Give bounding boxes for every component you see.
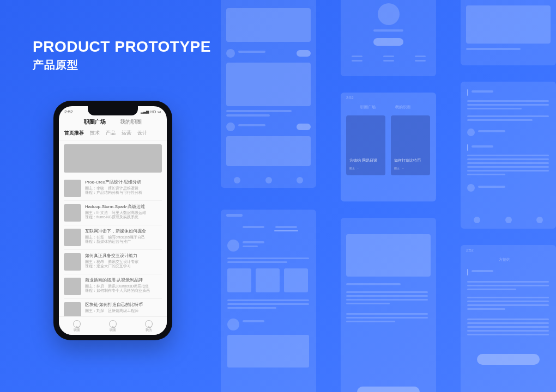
card2-sub: 圈主：·· bbox=[394, 167, 404, 170]
title-en: PRODUCT PROTOTYPE bbox=[33, 38, 211, 56]
nav-tab-mine[interactable]: 我的职圈 bbox=[120, 118, 142, 126]
tab-label: 我的 bbox=[146, 328, 152, 332]
tab-item-2[interactable]: 我的 bbox=[145, 320, 153, 332]
phone-frame: 2:52 ▂▃▅ HD ▭ 职圈广场 我的职圈 首页推荐 技术 产品 运营 设计 bbox=[53, 101, 172, 340]
row-sub2: 课程：如何制作专个人风格的商业插画 bbox=[85, 289, 162, 293]
ghost-card-1: 方德钧 网易日课 圈主：·· bbox=[346, 115, 385, 175]
row-title: 互联网冲击下，新媒体如何掘金 bbox=[85, 229, 162, 234]
thumb-icon bbox=[64, 229, 81, 246]
ghost-nav-r: 我的职圈 bbox=[395, 105, 410, 110]
hd-label: HD bbox=[150, 110, 156, 114]
battery-icon: ▭ bbox=[158, 109, 161, 114]
thumb-icon bbox=[64, 180, 81, 197]
ghost-screen-6 bbox=[461, 0, 556, 65]
tab-label: 职圈 bbox=[110, 328, 116, 332]
row-sub2: 课程：新媒体的运营与推广 bbox=[85, 240, 162, 244]
list-item[interactable]: 互联网冲击下，新媒体如何掘金 圈主：任磊 编写office365属于自己 课程：… bbox=[64, 225, 162, 250]
ghost-screen-5 bbox=[341, 218, 436, 392]
title-zh: 产品原型 bbox=[33, 58, 211, 72]
status-time: 2:52 bbox=[64, 109, 73, 114]
row-sub1: 圈主：李晓 擅长设计思维逻辑 bbox=[85, 186, 162, 191]
subtab-1[interactable]: 技术 bbox=[90, 130, 100, 137]
slide-canvas: PRODUCT PROTOTYPE 产品原型 2:52 ▂▃▅ HD ▭ 职圈广… bbox=[0, 0, 556, 392]
subtab-0[interactable]: 首页推荐 bbox=[64, 130, 84, 137]
tab-label: 职圈 bbox=[74, 328, 80, 332]
list-item[interactable]: Proe-Creo产品设计·思维分析 圈主：李晓 擅长设计思维逻辑 课程：产品结… bbox=[64, 176, 162, 201]
ghost-screen-4: 2:52 职圈广场 我的职圈 方德钧 网易日课 圈主：·· 如何打造比特币 圈主… bbox=[341, 93, 436, 201]
row-title: 商业插画的运用·从视觉到品牌 bbox=[85, 278, 162, 283]
tab-bar: 职圈 职圈 我的 bbox=[59, 316, 167, 335]
row-sub1: 圈主：任磊 编写office365属于自己 bbox=[85, 235, 162, 240]
status-right: ▂▃▅ HD ▭ bbox=[141, 109, 161, 114]
nav-tab-plaza[interactable]: 职圈广场 bbox=[84, 118, 106, 126]
row-text: 互联网冲击下，新媒体如何掘金 圈主：任磊 编写office365属于自己 课程：… bbox=[85, 229, 162, 246]
list-item[interactable]: 如何真正具备交互设计能力 圈主：杨昂 腾讯交互设计专家 课程：定全大厂的交互学习 bbox=[64, 250, 162, 274]
row-sub2: 课程：定全大厂的交互学习 bbox=[85, 264, 162, 268]
row-text: Proe-Creo产品设计·思维分析 圈主：李晓 擅长设计思维逻辑 课程：产品结… bbox=[85, 180, 162, 197]
ghost-screen-3 bbox=[341, 0, 436, 76]
row-sub1: 圈主：杨昂 腾讯交互设计专家 bbox=[85, 260, 162, 264]
ghost-card-2: 如何打造比特币 圈主：·· bbox=[391, 115, 430, 175]
ghost-screen-8: 2:52 方德钧 bbox=[461, 245, 556, 392]
row-text: 如何真正具备交互设计能力 圈主：杨昂 腾讯交互设计专家 课程：定全大厂的交互学习 bbox=[85, 253, 162, 271]
row-title: 如何真正具备交互设计能力 bbox=[85, 253, 162, 259]
ghost-header: 方德钧 bbox=[499, 257, 510, 262]
card1-title: 方德钧 网易日课 bbox=[349, 158, 377, 163]
row-sub1: 圈主：刘深 区块链高级工程师 bbox=[85, 309, 162, 313]
subtab-3[interactable]: 运营 bbox=[122, 130, 131, 137]
signal-icon: ▂▃▅ bbox=[141, 109, 149, 114]
sub-tabs: 首页推荐 技术 产品 运营 设计 bbox=[59, 128, 167, 140]
card1-sub: 圈主：·· bbox=[349, 167, 359, 170]
ghost-screen-1 bbox=[221, 0, 316, 188]
chat-icon bbox=[109, 320, 117, 328]
ghost-nav-l: 职圈广场 bbox=[360, 105, 376, 110]
nav-tabs: 职圈广场 我的职圈 bbox=[59, 115, 167, 128]
row-text: Hadoop-Storm-Spark·高级运维 圈主：叶文浩 阿里大数据高级运维… bbox=[85, 204, 162, 222]
phone-screen: 2:52 ▂▃▅ HD ▭ 职圈广场 我的职圈 首页推荐 技术 产品 运营 设计 bbox=[59, 106, 167, 335]
subtab-4[interactable]: 设计 bbox=[137, 130, 147, 137]
tab-item-0[interactable]: 职圈 bbox=[73, 320, 81, 332]
row-title: 区块链·如何打造自己的比特币 bbox=[85, 302, 162, 308]
list-item[interactable]: 商业插画的运用·从视觉到品牌 圈主：林启 腾讯3Dunder3D师屈指道 课程：… bbox=[64, 274, 162, 299]
ghost-screen-7 bbox=[461, 82, 556, 229]
row-sub2: 课程：flume-NG原理及实践系统 bbox=[85, 215, 162, 219]
ghost-time: 2:52 bbox=[346, 96, 354, 100]
thumb-icon bbox=[64, 204, 81, 222]
thumb-icon bbox=[64, 253, 81, 271]
hero-banner[interactable] bbox=[64, 144, 162, 173]
tab-item-1[interactable]: 职圈 bbox=[109, 320, 117, 332]
row-title: Proe-Creo产品设计·思维分析 bbox=[85, 180, 162, 185]
thumb-icon bbox=[64, 278, 81, 295]
row-sub1: 圈主：叶文浩 阿里大数据高级运维 bbox=[85, 211, 162, 215]
chat-icon bbox=[145, 320, 153, 328]
list-item[interactable]: Hadoop-Storm-Spark·高级运维 圈主：叶文浩 阿里大数据高级运维… bbox=[64, 201, 162, 225]
row-title: Hadoop-Storm-Spark·高级运维 bbox=[85, 204, 162, 210]
row-text: 商业插画的运用·从视觉到品牌 圈主：林启 腾讯3Dunder3D师屈指道 课程：… bbox=[85, 278, 162, 295]
row-sub2: 课程：产品结构分析与可行性分析 bbox=[85, 191, 162, 195]
ghost-screen-2 bbox=[221, 210, 316, 392]
title-block: PRODUCT PROTOTYPE 产品原型 bbox=[33, 38, 211, 72]
card2-title: 如何打造比特币 bbox=[394, 158, 421, 163]
row-sub1: 圈主：林启 腾讯3Dunder3D师屈指道 bbox=[85, 284, 162, 289]
chat-icon bbox=[73, 320, 81, 328]
subtab-2[interactable]: 产品 bbox=[106, 130, 116, 137]
course-list: Proe-Creo产品设计·思维分析 圈主：李晓 擅长设计思维逻辑 课程：产品结… bbox=[59, 176, 167, 323]
ghost-time-2: 2:52 bbox=[466, 248, 474, 252]
phone-notch bbox=[88, 106, 138, 115]
